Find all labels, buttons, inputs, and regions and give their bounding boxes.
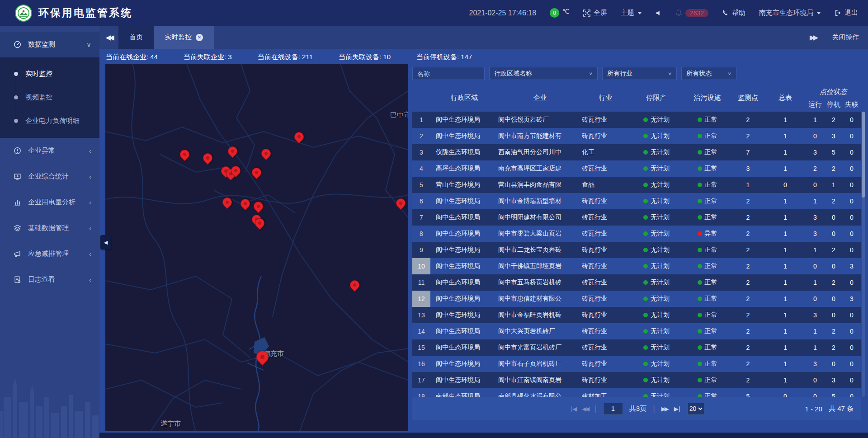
status-dot-icon [643,297,648,301]
sidebar-item-4[interactable]: 基础数据管理‹ [0,215,99,241]
panel-collapse-button[interactable]: ◀ [100,235,111,250]
cell-region: 阆中生态环境局 [430,193,498,209]
exit-button[interactable]: 退出 [835,9,858,17]
industry-filter-select[interactable]: 所有行业∨ [602,67,677,80]
cell-company: 阆中千佛镇五郎垭页岩 [498,258,582,274]
fullscreen-button[interactable]: 全屏 [583,9,607,17]
row-index: 1 [412,112,430,128]
sidebar-item-2[interactable]: 企业综合统计‹ [0,164,99,189]
mute-button[interactable] [656,10,662,16]
cell-stop-status: 无计划 [629,209,684,226]
table-row[interactable]: 3仪陇生态环境局西南油气田分公司川中化工无计划正常71350 [412,144,861,160]
filter-bar: 行政区域名称∨ 所有行业∨ 所有状态∨ [412,67,736,80]
cell-facility-status: 正常 [684,388,731,397]
speaker-icon [656,10,662,16]
cell-facility-status: 正常 [684,339,731,356]
table-row[interactable]: 2阆中生态环境局阆中市南方节能建材有砖瓦行业无计划正常21030 [412,128,861,144]
tab-close-icon[interactable]: ✕ [196,34,203,41]
sidebar-item-1[interactable]: 企业异常‹ [0,138,99,164]
status-dot-icon [643,248,648,252]
sidebar-item-0[interactable]: 数据监测∨ [0,32,99,57]
help-button[interactable]: 帮助 [722,9,745,17]
sidebar-subitem[interactable]: 企业电力负荷明细 [0,109,99,132]
gauge-icon [14,41,21,48]
cell-down-count: 0 [825,356,843,372]
cell-stop-status: 无计划 [629,128,684,144]
tabs-scroll-right-icon[interactable]: ▶▶ [810,33,816,42]
cell-meter-count: 1 [765,226,806,242]
column-header: 停机 [825,97,843,112]
table-row[interactable]: 4高坪生态环境局南充市高坪区王家店建砖瓦行业无计划正常31220 [412,160,861,177]
cell-company: 营山县润丰肉食品有限 [498,177,582,193]
megaphone-icon [14,250,21,258]
status-dot-icon [698,166,702,171]
map-panel[interactable]: 巴中市南充市遂宁市 [105,64,408,431]
table-row[interactable]: 13阆中生态环境局阆中市金福旺页岩机砖砖瓦行业无计划正常21300 [412,307,861,323]
status-filter-select[interactable]: 所有状态∨ [681,67,736,80]
sidebar-item-3[interactable]: 企业用电量分析‹ [0,189,99,215]
table-row[interactable]: 10阆中生态环境局阆中千佛镇五郎垭页岩砖瓦行业无计划正常21003 [412,258,861,274]
cell-company: 阆中市光富页岩机砖厂 [498,339,582,356]
cell-monitor-count: 2 [731,307,765,323]
bell-icon [675,9,682,16]
scrollbar-thumb[interactable] [862,112,865,198]
page-size-select[interactable]: 20 [687,403,704,415]
table-row[interactable]: 14阆中生态环境局阆中大兴页岩机砖厂砖瓦行业无计划正常21120 [412,323,861,339]
close-operations-button[interactable]: 关闭操作 [832,33,859,42]
last-page-button[interactable]: ▶❘ [674,405,681,412]
table-row[interactable]: 12阆中生态环境局阆中市忠信建材有限公砖瓦行业无计划正常21003 [412,291,861,307]
cell-industry: 砖瓦行业 [582,226,629,242]
next-page-button[interactable]: ▶▶ [661,405,668,412]
page-number-input[interactable] [603,403,623,415]
table-row[interactable]: 15阆中生态环境局阆中市光富页岩机砖厂砖瓦行业无计划正常21120 [412,339,861,356]
cell-industry: 砖瓦行业 [582,356,629,372]
theme-menu[interactable]: 主题 [621,9,642,17]
row-index: 9 [412,242,430,258]
cell-meter-count: 1 [765,339,806,356]
cell-region: 阆中生态环境局 [430,291,498,307]
table-row[interactable]: 18南部生态环境局南部县砚化水泥有限公建材加工无计划正常50050 [412,388,861,397]
cell-monitor-count: 2 [731,356,765,372]
table-row[interactable]: 1阆中生态环境局阆中强锐页岩砖厂砖瓦行业无计划正常21120 [412,112,861,128]
sidebar-item-label: 企业综合统计 [28,172,69,181]
tab-1[interactable]: 实时监控✕ [154,26,214,49]
cell-facility-status: 正常 [684,307,731,323]
table-row[interactable]: 17阆中生态环境局阆中市江南镇阆南页岩砖瓦行业无计划正常21030 [412,372,861,388]
table-row[interactable]: 7阆中生态环境局阆中明阳建材有限公司砖瓦行业无计划正常21300 [412,209,861,226]
tabs-scroll-left-icon[interactable]: ◀◀ [99,26,118,49]
table-row[interactable]: 11阆中生态环境局阆中市五马桥页岩机砖砖瓦行业无计划正常21120 [412,274,861,291]
table-scrollbar[interactable] [862,112,865,397]
org-menu[interactable]: 南充市生态环境局 [759,9,821,17]
table-row[interactable]: 6阆中生态环境局阆中市金博瑞新型墙材砖瓦行业无计划正常21120 [412,193,861,209]
notification-button[interactable]: 2632 [675,9,708,17]
cell-company: 南部县砚化水泥有限公 [498,388,582,397]
row-index: 12 [412,291,430,307]
cell-lost-count: 0 [843,242,861,258]
cell-lost-count: 0 [843,160,861,177]
table-row[interactable]: 5营山生态环境局营山县润丰肉食品有限食品无计划正常10010 [412,177,861,193]
sidebar-item-6[interactable]: 日志查看‹ [0,267,99,292]
first-page-button[interactable]: ❘◀ [569,405,576,412]
cell-facility-status: 正常 [684,193,731,209]
prev-page-button[interactable]: ◀◀ [582,405,588,412]
cell-monitor-count: 2 [731,291,765,307]
table-row[interactable]: 8阆中生态环境局阆中市枣碧大梁山页岩砖瓦行业无计划异常21300 [412,226,861,242]
tab-label: 实时监控 [165,33,192,42]
sidebar-subitem[interactable]: 视频监控 [0,85,99,109]
tab-0[interactable]: 首页 [118,26,154,49]
table-row[interactable]: 9阆中生态环境局阆中市二龙长宝页岩砖砖瓦行业无计划正常21120 [412,242,861,258]
header-right: 2021-02-25 17:46:18 0 ℃ 全屏 主题 2632 [469,8,858,18]
name-filter-input[interactable] [412,67,485,80]
cell-region: 阆中生态环境局 [430,372,498,388]
cell-monitor-count: 2 [731,128,765,144]
cell-meter-count: 1 [765,128,806,144]
region-filter-select[interactable]: 行政区域名称∨ [489,67,598,80]
cell-meter-count: 1 [765,112,806,128]
cell-down-count: 0 [825,291,843,307]
table-row[interactable]: 16阆中生态环境局阆中市石子页岩机砖厂砖瓦行业无计划正常21300 [412,356,861,372]
status-dot-icon [643,280,648,285]
sidebar-subitem[interactable]: 实时监控 [0,62,99,85]
sidebar-item-5[interactable]: 应急减排管理‹ [0,241,99,267]
chevron-left-icon: ‹ [89,147,91,155]
map-city-label: 遂宁市 [160,419,181,428]
